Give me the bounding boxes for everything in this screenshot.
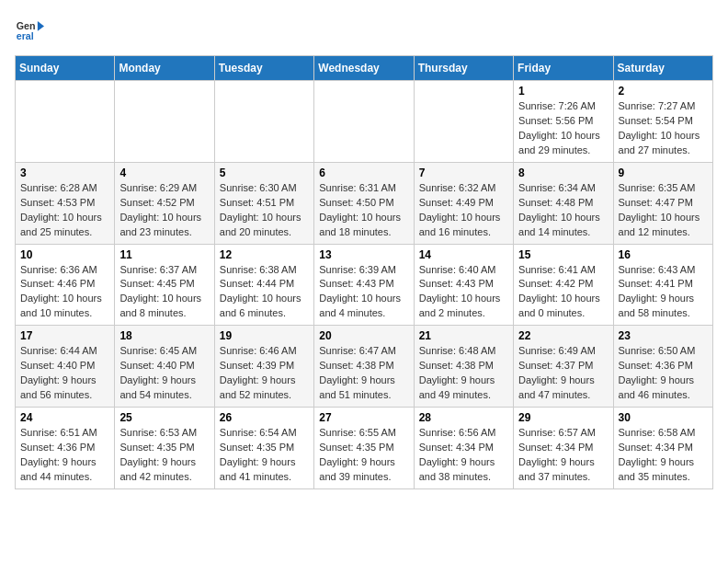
calendar-cell: 16Sunrise: 6:43 AM Sunset: 4:41 PM Dayli… xyxy=(613,244,712,326)
day-number: 11 xyxy=(119,248,209,261)
day-number: 24 xyxy=(20,411,109,424)
calendar-table: SundayMondayTuesdayWednesdayThursdayFrid… xyxy=(15,55,713,489)
day-info: Sunrise: 6:49 AM Sunset: 4:37 PM Dayligh… xyxy=(518,344,608,403)
day-info: Sunrise: 6:31 AM Sunset: 4:50 PM Dayligh… xyxy=(319,181,408,240)
day-number: 14 xyxy=(419,248,508,261)
calendar-cell: 14Sunrise: 6:40 AM Sunset: 4:43 PM Dayli… xyxy=(414,244,513,326)
day-info: Sunrise: 6:54 AM Sunset: 4:35 PM Dayligh… xyxy=(220,426,309,485)
calendar-cell xyxy=(16,81,115,163)
calendar-cell: 21Sunrise: 6:48 AM Sunset: 4:38 PM Dayli… xyxy=(414,326,513,408)
weekday-header-wednesday: Wednesday xyxy=(314,56,414,81)
day-number: 16 xyxy=(619,248,708,261)
day-info: Sunrise: 6:48 AM Sunset: 4:38 PM Dayligh… xyxy=(419,344,508,403)
calendar-cell: 1Sunrise: 7:26 AM Sunset: 5:56 PM Daylig… xyxy=(514,81,613,163)
day-number: 23 xyxy=(619,329,708,342)
calendar-cell: 19Sunrise: 6:46 AM Sunset: 4:39 PM Dayli… xyxy=(214,326,313,408)
weekday-header-friday: Friday xyxy=(514,56,613,81)
calendar-cell: 6Sunrise: 6:31 AM Sunset: 4:50 PM Daylig… xyxy=(314,162,414,244)
day-info: Sunrise: 6:40 AM Sunset: 4:43 PM Dayligh… xyxy=(419,263,508,322)
calendar-cell xyxy=(115,81,214,163)
calendar-cell: 28Sunrise: 6:56 AM Sunset: 4:34 PM Dayli… xyxy=(414,408,513,489)
day-info: Sunrise: 7:27 AM Sunset: 5:54 PM Dayligh… xyxy=(619,99,708,158)
day-number: 8 xyxy=(518,167,608,179)
weekday-header-row: SundayMondayTuesdayWednesdayThursdayFrid… xyxy=(16,56,713,81)
day-info: Sunrise: 6:43 AM Sunset: 4:41 PM Dayligh… xyxy=(619,263,708,322)
day-number: 5 xyxy=(220,167,309,179)
weekday-header-thursday: Thursday xyxy=(414,56,513,81)
calendar-cell xyxy=(214,81,313,163)
calendar-cell: 27Sunrise: 6:55 AM Sunset: 4:35 PM Dayli… xyxy=(314,408,414,489)
day-number: 21 xyxy=(419,329,508,342)
calendar-cell: 9Sunrise: 6:35 AM Sunset: 4:47 PM Daylig… xyxy=(613,162,712,244)
calendar-cell xyxy=(414,81,513,163)
day-info: Sunrise: 6:34 AM Sunset: 4:48 PM Dayligh… xyxy=(518,181,608,240)
calendar-cell: 30Sunrise: 6:58 AM Sunset: 4:34 PM Dayli… xyxy=(613,408,712,489)
calendar-cell: 24Sunrise: 6:51 AM Sunset: 4:36 PM Dayli… xyxy=(16,408,115,489)
calendar-cell: 11Sunrise: 6:37 AM Sunset: 4:45 PM Dayli… xyxy=(115,244,214,326)
day-info: Sunrise: 6:56 AM Sunset: 4:34 PM Dayligh… xyxy=(419,426,508,485)
calendar-cell: 18Sunrise: 6:45 AM Sunset: 4:40 PM Dayli… xyxy=(115,326,214,408)
day-info: Sunrise: 6:58 AM Sunset: 4:34 PM Dayligh… xyxy=(619,426,708,485)
svg-text:eral: eral xyxy=(17,30,34,41)
day-info: Sunrise: 6:28 AM Sunset: 4:53 PM Dayligh… xyxy=(20,181,109,240)
calendar-cell: 13Sunrise: 6:39 AM Sunset: 4:43 PM Dayli… xyxy=(314,244,414,326)
logo-icon: Gen eral xyxy=(15,15,44,44)
page-header: Gen eral xyxy=(15,15,713,44)
calendar-cell: 15Sunrise: 6:41 AM Sunset: 4:42 PM Dayli… xyxy=(514,244,613,326)
calendar-cell: 7Sunrise: 6:32 AM Sunset: 4:49 PM Daylig… xyxy=(414,162,513,244)
day-info: Sunrise: 6:41 AM Sunset: 4:42 PM Dayligh… xyxy=(518,263,608,322)
day-info: Sunrise: 6:36 AM Sunset: 4:46 PM Dayligh… xyxy=(20,263,109,322)
calendar-cell: 25Sunrise: 6:53 AM Sunset: 4:35 PM Dayli… xyxy=(115,408,214,489)
calendar-cell: 23Sunrise: 6:50 AM Sunset: 4:36 PM Dayli… xyxy=(613,326,712,408)
day-number: 6 xyxy=(319,167,408,179)
day-number: 27 xyxy=(319,411,408,424)
day-number: 12 xyxy=(220,248,309,261)
day-number: 17 xyxy=(20,329,109,342)
day-info: Sunrise: 6:30 AM Sunset: 4:51 PM Dayligh… xyxy=(220,181,309,240)
day-info: Sunrise: 6:55 AM Sunset: 4:35 PM Dayligh… xyxy=(319,426,408,485)
day-number: 25 xyxy=(119,411,209,424)
weekday-header-saturday: Saturday xyxy=(613,56,712,81)
day-info: Sunrise: 6:53 AM Sunset: 4:35 PM Dayligh… xyxy=(119,426,209,485)
day-number: 9 xyxy=(619,167,708,179)
day-info: Sunrise: 6:46 AM Sunset: 4:39 PM Dayligh… xyxy=(220,344,309,403)
day-info: Sunrise: 6:47 AM Sunset: 4:38 PM Dayligh… xyxy=(319,344,408,403)
logo: Gen eral xyxy=(15,15,48,44)
weekday-header-sunday: Sunday xyxy=(16,56,115,81)
day-info: Sunrise: 6:51 AM Sunset: 4:36 PM Dayligh… xyxy=(20,426,109,485)
day-number: 15 xyxy=(518,248,608,261)
day-info: Sunrise: 6:38 AM Sunset: 4:44 PM Dayligh… xyxy=(220,263,309,322)
day-number: 28 xyxy=(419,411,508,424)
day-number: 18 xyxy=(119,329,209,342)
svg-marker-2 xyxy=(38,21,44,31)
weekday-header-monday: Monday xyxy=(115,56,214,81)
calendar-cell: 29Sunrise: 6:57 AM Sunset: 4:34 PM Dayli… xyxy=(514,408,613,489)
day-number: 29 xyxy=(518,411,608,424)
day-number: 13 xyxy=(319,248,408,261)
calendar-cell: 4Sunrise: 6:29 AM Sunset: 4:52 PM Daylig… xyxy=(115,162,214,244)
day-info: Sunrise: 6:37 AM Sunset: 4:45 PM Dayligh… xyxy=(119,263,209,322)
calendar-cell: 5Sunrise: 6:30 AM Sunset: 4:51 PM Daylig… xyxy=(214,162,313,244)
week-row-1: 1Sunrise: 7:26 AM Sunset: 5:56 PM Daylig… xyxy=(16,81,713,163)
day-info: Sunrise: 6:44 AM Sunset: 4:40 PM Dayligh… xyxy=(20,344,109,403)
calendar-cell: 22Sunrise: 6:49 AM Sunset: 4:37 PM Dayli… xyxy=(514,326,613,408)
day-info: Sunrise: 7:26 AM Sunset: 5:56 PM Dayligh… xyxy=(518,99,608,158)
day-number: 20 xyxy=(319,329,408,342)
calendar-cell: 17Sunrise: 6:44 AM Sunset: 4:40 PM Dayli… xyxy=(16,326,115,408)
calendar-cell xyxy=(314,81,414,163)
day-number: 19 xyxy=(220,329,309,342)
calendar-cell: 2Sunrise: 7:27 AM Sunset: 5:54 PM Daylig… xyxy=(613,81,712,163)
day-info: Sunrise: 6:35 AM Sunset: 4:47 PM Dayligh… xyxy=(619,181,708,240)
day-info: Sunrise: 6:39 AM Sunset: 4:43 PM Dayligh… xyxy=(319,263,408,322)
day-number: 2 xyxy=(619,85,708,98)
day-number: 22 xyxy=(518,329,608,342)
week-row-2: 3Sunrise: 6:28 AM Sunset: 4:53 PM Daylig… xyxy=(16,162,713,244)
day-info: Sunrise: 6:29 AM Sunset: 4:52 PM Dayligh… xyxy=(119,181,209,240)
calendar-cell: 3Sunrise: 6:28 AM Sunset: 4:53 PM Daylig… xyxy=(16,162,115,244)
day-number: 30 xyxy=(619,411,708,424)
week-row-4: 17Sunrise: 6:44 AM Sunset: 4:40 PM Dayli… xyxy=(16,326,713,408)
day-number: 4 xyxy=(119,167,209,179)
calendar-cell: 20Sunrise: 6:47 AM Sunset: 4:38 PM Dayli… xyxy=(314,326,414,408)
day-number: 7 xyxy=(419,167,508,179)
day-number: 26 xyxy=(220,411,309,424)
